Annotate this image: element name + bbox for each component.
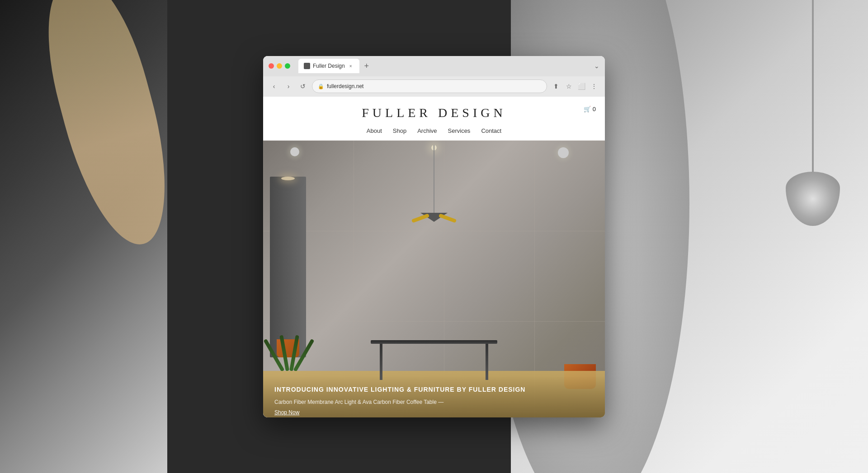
back-button[interactable]: ‹	[269, 81, 279, 92]
address-bar[interactable]: 🔒 fullerdesign.net	[312, 80, 547, 93]
traffic-lights	[269, 63, 290, 69]
browser-window: Fuller Design × + ⌄ ‹ › ↺ 🔒 fullerdesign…	[263, 56, 605, 417]
new-tab-button[interactable]: +	[361, 61, 372, 71]
recessed-light-left	[290, 147, 299, 156]
niche-light	[281, 177, 295, 180]
background-left	[0, 0, 167, 473]
maximize-traffic-light[interactable]	[285, 63, 290, 69]
browser-chrome: Fuller Design × + ⌄ ‹ › ↺ 🔒 fullerdesign…	[263, 56, 605, 97]
browser-actions: ⬆ ☆ ⬜ ⋮	[551, 81, 599, 92]
wall-niche	[270, 177, 306, 357]
hero-text-overlay: INTRODUCING INNOVATIVE LIGHTING & FURNIT…	[263, 376, 605, 417]
bookmark-button[interactable]: ☆	[563, 81, 574, 92]
lock-icon: 🔒	[318, 84, 324, 89]
recessed-light-right	[558, 147, 569, 158]
shop-now-link[interactable]: Shop Now	[274, 409, 299, 416]
forward-button[interactable]: ›	[283, 81, 294, 92]
table-leg-left	[380, 343, 382, 379]
hanging-lamp-right	[812, 0, 814, 226]
tab-favicon	[304, 63, 310, 69]
hero-background: INTRODUCING INNOVATIVE LIGHTING & FURNIT…	[263, 140, 605, 417]
hero-subtext: Carbon Fiber Membrane Arc Light & Ava Ca…	[274, 398, 594, 406]
url-text: fullerdesign.net	[327, 83, 363, 89]
cart-icon-wrap[interactable]: 🛒 0	[584, 106, 596, 112]
tab-container: Fuller Design × + ⌄	[298, 59, 599, 73]
site-logo: FULLER DESIGN	[281, 106, 587, 120]
refresh-button[interactable]: ↺	[297, 81, 308, 92]
nav-archive[interactable]: Archive	[417, 127, 437, 134]
table-top	[371, 340, 497, 344]
more-button[interactable]: ⋮	[589, 81, 599, 92]
browser-titlebar: Fuller Design × + ⌄	[263, 56, 605, 76]
website-content: FULLER DESIGN 🛒 0 About Shop Archive Ser…	[263, 97, 605, 417]
cart-count: 0	[593, 106, 596, 112]
tab-title: Fuller Design	[313, 63, 345, 69]
pendant-fixture	[420, 213, 448, 226]
browser-addressbar: ‹ › ↺ 🔒 fullerdesign.net ⬆ ☆ ⬜ ⋮	[263, 76, 605, 97]
minimize-traffic-light[interactable]	[277, 63, 282, 69]
tab-close-button[interactable]: ×	[348, 63, 354, 69]
close-traffic-light[interactable]	[269, 63, 274, 69]
pendant-wire	[434, 145, 434, 213]
cart-icon: 🛒	[584, 106, 591, 112]
nav-shop[interactable]: Shop	[393, 127, 406, 134]
site-header: FULLER DESIGN 🛒 0 About Shop Archive Ser…	[263, 97, 605, 140]
site-nav: About Shop Archive Services Contact	[281, 127, 587, 140]
nav-services[interactable]: Services	[448, 127, 471, 134]
pendant-lamp	[420, 145, 448, 226]
plant-left	[277, 335, 299, 357]
active-tab[interactable]: Fuller Design ×	[298, 59, 359, 73]
table-legs	[371, 344, 497, 380]
sidebar-button[interactable]: ⬜	[576, 81, 587, 92]
hero-headline: INTRODUCING INNOVATIVE LIGHTING & FURNIT…	[274, 385, 594, 394]
table-leg-right	[486, 343, 488, 379]
nav-contact[interactable]: Contact	[481, 127, 501, 134]
nav-about[interactable]: About	[367, 127, 382, 134]
share-button[interactable]: ⬆	[551, 81, 561, 92]
coffee-table	[371, 340, 497, 380]
hero-section: INTRODUCING INNOVATIVE LIGHTING & FURNIT…	[263, 140, 605, 417]
tab-dropdown-button[interactable]: ⌄	[594, 62, 599, 70]
